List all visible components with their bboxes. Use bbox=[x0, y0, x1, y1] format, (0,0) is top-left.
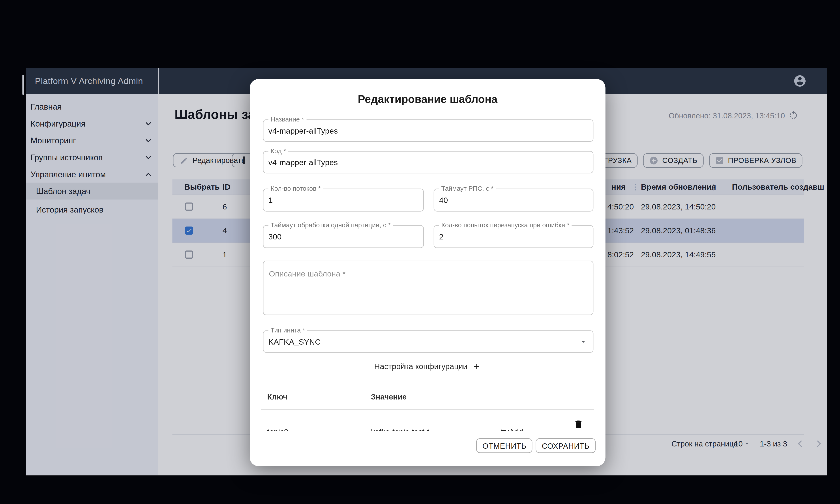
code-field[interactable]: Код * v4-mapper-allTypes bbox=[263, 151, 593, 173]
threads-field-value: 1 bbox=[268, 196, 273, 204]
modal-title: Редактирование шаблона bbox=[250, 93, 605, 106]
rps-timeout-field[interactable]: Таймаут РПС, с * 40 bbox=[434, 189, 594, 212]
config-value-header: Значение bbox=[371, 393, 406, 401]
init-type-label: Тип инита * bbox=[268, 327, 308, 334]
name-field[interactable]: Название * v4-mapper-allTypes bbox=[263, 120, 593, 142]
config-value-clipped: kafka-topic-test-t bbox=[371, 428, 429, 431]
description-field[interactable]: Описание шаблона * bbox=[263, 260, 593, 315]
code-field-value: v4-mapper-allTypes bbox=[268, 158, 338, 167]
modal-actions: ОТМЕНИТЬ СОХРАНИТЬ bbox=[476, 438, 596, 453]
edit-template-modal: Редактирование шаблона Название * v4-map… bbox=[250, 79, 605, 466]
retries-field[interactable]: Кол-во попыток перезапуска при ошибке * … bbox=[434, 225, 594, 248]
dropdown-arrow-icon bbox=[580, 338, 587, 345]
init-type-select[interactable]: Тип инита * KAFKA_SYNC bbox=[263, 330, 593, 353]
threads-field[interactable]: Кол-во потоков * 1 bbox=[263, 189, 424, 212]
delete-icon[interactable] bbox=[573, 419, 584, 430]
screen: Platform V Archiving Admin Главная Конфи… bbox=[0, 0, 840, 504]
add-config-icon[interactable] bbox=[472, 362, 481, 371]
rps-timeout-field-label: Таймаут РПС, с * bbox=[439, 185, 496, 192]
description-field-placeholder: Описание шаблона * bbox=[269, 269, 346, 278]
cancel-button[interactable]: ОТМЕНИТЬ bbox=[476, 438, 532, 453]
config-key-header: Ключ bbox=[267, 393, 287, 401]
retries-field-value: 2 bbox=[439, 232, 443, 241]
rps-timeout-field-value: 40 bbox=[439, 196, 448, 204]
name-field-value: v4-mapper-allTypes bbox=[268, 126, 338, 135]
retries-field-label: Кол-во попыток перезапуска при ошибке * bbox=[439, 221, 572, 229]
name-field-label: Название * bbox=[268, 116, 307, 123]
partition-timeout-field-label: Таймаут обработки одной партиции, с * bbox=[268, 221, 393, 229]
config-section-label: Настройка конфигурации bbox=[374, 362, 468, 371]
config-key-clipped: topic2 bbox=[267, 428, 288, 431]
code-field-label: Код * bbox=[268, 147, 288, 155]
partition-timeout-field[interactable]: Таймаут обработки одной партиции, с * 30… bbox=[263, 225, 424, 248]
save-button[interactable]: СОХРАНИТЬ bbox=[536, 438, 596, 453]
partition-timeout-field-value: 300 bbox=[268, 232, 282, 241]
config-value-clipped-2: ttyAdd bbox=[501, 428, 523, 431]
init-type-value: KAFKA_SYNC bbox=[268, 337, 321, 346]
config-row-clipped[interactable]: topic2 kafka-topic-test-t ttyAdd bbox=[261, 410, 594, 431]
config-section-header: Настройка конфигурации bbox=[250, 362, 605, 371]
threads-field-label: Кол-во потоков * bbox=[268, 185, 323, 192]
